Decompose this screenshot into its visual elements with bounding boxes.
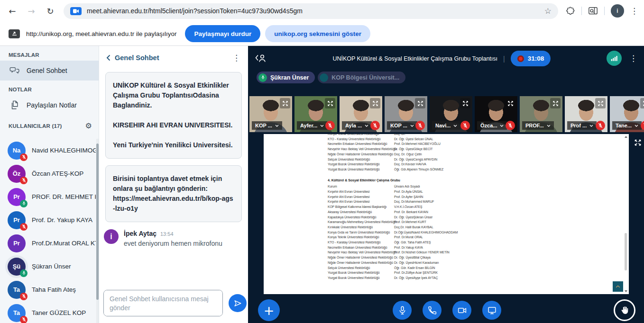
- webcam-fullscreen-icon[interactable]: [550, 98, 561, 108]
- scroll-up-arrow-icon[interactable]: [625, 136, 627, 138]
- user-list-item[interactable]: Öz Özcan ATEŞ-KOP: [0, 162, 96, 185]
- show-shared-tab-button[interactable]: unikop.org sekmesini göster: [265, 25, 370, 42]
- webcam-name-label[interactable]: KOP ...: [387, 121, 417, 130]
- webcam-button[interactable]: [452, 301, 471, 320]
- invite-link[interactable]: https://meet.ahievran.edu.tr/b/kop-ags-l…: [113, 194, 234, 214]
- scrollbar-thumb[interactable]: [625, 233, 627, 270]
- mic-status-badge: [20, 177, 28, 184]
- doc-row: Kırıkkale Üniversitesi RektörlüğüDoç.Dr.…: [328, 225, 619, 230]
- recording-indicator[interactable]: 31:08: [511, 51, 551, 66]
- webcam-name-label[interactable]: KOP ...: [252, 121, 282, 130]
- chat-message-input[interactable]: [103, 290, 223, 316]
- doc-row: Nevşehir Hacı Bektaş Veli Üniversitesi R…: [328, 147, 619, 152]
- webcam-tile[interactable]: Navi...: [430, 96, 472, 132]
- toolbar-divider: [581, 7, 582, 15]
- browser-profile-avatar[interactable]: i: [611, 4, 624, 18]
- tab-camera-sharing-icon: [70, 7, 82, 15]
- connection-status-icon[interactable]: [607, 51, 622, 66]
- user-list: Na Navid KHALEGHIMOGH... Öz Özcan ATEŞ-K…: [0, 139, 96, 323]
- user-list-item[interactable]: Na Navid KHALEGHIMOGH...: [0, 139, 96, 162]
- browser-back-button[interactable]: ←: [7, 6, 18, 16]
- chat-back-button[interactable]: [106, 54, 110, 61]
- avatar: Pr: [8, 234, 26, 252]
- webcam-name-label[interactable]: Navi...: [432, 121, 460, 130]
- talking-indicator-pill[interactable]: Şükran Ünser: [257, 72, 315, 83]
- screen: ← → ↻ meet.ahievran.edu.tr/html5client/j…: [0, 0, 644, 323]
- send-message-button[interactable]: [229, 294, 247, 312]
- browser-refresh-button[interactable]: ↻: [45, 6, 56, 16]
- webcam-strip: KOP ... Ayfer... Ayla ...: [249, 96, 644, 132]
- webcam-name-label[interactable]: PROF...: [522, 121, 554, 130]
- mic-icon: [320, 73, 328, 82]
- users-settings-gear-icon[interactable]: ⚙: [85, 121, 92, 130]
- actions-plus-button[interactable]: +: [258, 299, 280, 321]
- webcam-tile[interactable]: KOP ...: [249, 96, 292, 132]
- webcam-tile[interactable]: Prof ...: [565, 96, 607, 132]
- options-menu-icon[interactable]: ⋮: [629, 54, 637, 63]
- webcam-tile[interactable]: Ayla ...: [340, 96, 382, 132]
- webcam-user-name: Prof ...: [570, 123, 587, 128]
- talking-indicator-pill[interactable]: KOP Bölgesi Üniversit...: [318, 72, 405, 83]
- user-list-item[interactable]: Pr Prof.Dr.Murat ORAL KTÜN: [0, 232, 96, 255]
- webcam-fullscreen-icon[interactable]: [370, 98, 380, 108]
- minimize-presentation-button[interactable]: [613, 281, 623, 292]
- bookmark-star-icon[interactable]: ☆: [544, 6, 552, 16]
- webcam-user-name: Özca...: [480, 123, 497, 128]
- presentation-document: Konya Teknik Üniversitesi RektörlüğüDoç.…: [328, 134, 619, 294]
- stop-sharing-button[interactable]: Paylaşmayı durdur: [185, 25, 260, 42]
- webcam-tile[interactable]: Özca...: [475, 96, 517, 132]
- webcam-muted-badge: [596, 121, 605, 130]
- webcam-tile[interactable]: PROF...: [520, 96, 562, 132]
- chevron-down-icon: [500, 125, 504, 127]
- webcam-name-label[interactable]: Prof ...: [567, 121, 597, 130]
- sidebar-item-label: Genel Sohbet: [27, 67, 67, 74]
- webcam-fullscreen-icon[interactable]: [460, 98, 470, 108]
- scroll-down-arrow-icon[interactable]: [625, 290, 627, 292]
- webcam-fullscreen-icon[interactable]: [640, 98, 644, 108]
- talking-user-name: KOP Bölgesi Üniversit...: [331, 74, 399, 81]
- title-divider: |: [503, 55, 505, 63]
- doc-row: KTO - Karatay Üniversitesi RektörlüğüÖğr…: [328, 240, 619, 245]
- webcam-tile[interactable]: KOP ...: [385, 96, 427, 132]
- presentation-scrollbar[interactable]: [624, 136, 627, 292]
- chat-menu-icon[interactable]: ⋮: [232, 53, 240, 63]
- webcam-fullscreen-icon[interactable]: [280, 98, 290, 108]
- sidebar-item-shared-notes[interactable]: Paylaşılan Notlar: [0, 95, 99, 115]
- extensions-icon[interactable]: [566, 6, 575, 16]
- chevron-down-icon: [453, 125, 457, 127]
- browser-menu-icon[interactable]: ⋮: [630, 6, 638, 16]
- sidebar-item-general-chat[interactable]: Genel Sohbet: [0, 61, 99, 81]
- user-name: Navid KHALEGHIMOGH...: [32, 147, 96, 154]
- userlist-toggle-icon[interactable]: [255, 53, 267, 65]
- raise-hand-button[interactable]: [614, 299, 635, 321]
- user-list-scrollbar[interactable]: [96, 139, 99, 323]
- webcam-name-label[interactable]: Ayfer...: [297, 121, 327, 130]
- user-list-item[interactable]: Ta Taha Fatih Ateş: [0, 278, 96, 301]
- presentation-fullscreen-icon[interactable]: [633, 138, 643, 147]
- webcam-tile[interactable]: Ayfer...: [294, 96, 337, 132]
- shared-notes-icon: [9, 100, 20, 110]
- webcam-fullscreen-icon[interactable]: [325, 98, 335, 108]
- user-list-item[interactable]: Şü Şükran Ünser: [0, 255, 96, 278]
- bbb-sidebar: MESAJLAR Genel Sohbet NOTLAR Paylaşılan …: [0, 46, 99, 323]
- address-bar[interactable]: meet.ahievran.edu.tr/html5client/join?se…: [64, 3, 558, 19]
- user-list-item[interactable]: Pr PROF. DR. MEHMET KURT: [0, 185, 96, 208]
- webcam-name-label[interactable]: Tane...: [612, 121, 642, 130]
- leave-audio-button[interactable]: [423, 301, 442, 320]
- side-panel-search-icon[interactable]: [588, 7, 598, 16]
- browser-forward-button[interactable]: →: [26, 6, 37, 16]
- browser-actions: i ⋮: [566, 4, 638, 18]
- talking-indicators: Şükran Ünser KOP Bölgesi Üniversit...: [257, 72, 405, 83]
- doc-row: Aksaray Üniversitesi RektörlüğüProf. Dr.…: [328, 210, 619, 215]
- user-list-item[interactable]: Ta Taner GÜZEL KOP: [0, 301, 96, 323]
- mute-button[interactable]: [393, 301, 412, 320]
- webcam-tile[interactable]: Tane...: [610, 96, 644, 132]
- webcam-name-label[interactable]: Özca...: [477, 121, 507, 130]
- webcam-fullscreen-icon[interactable]: [505, 98, 515, 108]
- user-list-item[interactable]: Pr Prof. Dr. Yakup KAYA: [0, 208, 96, 232]
- webcam-fullscreen-icon[interactable]: [415, 98, 425, 108]
- webcam-name-label[interactable]: Ayla ...: [342, 121, 372, 130]
- scrollbar-thumb[interactable]: [96, 144, 99, 300]
- screenshare-button[interactable]: [482, 301, 501, 320]
- webcam-fullscreen-icon[interactable]: [595, 98, 606, 108]
